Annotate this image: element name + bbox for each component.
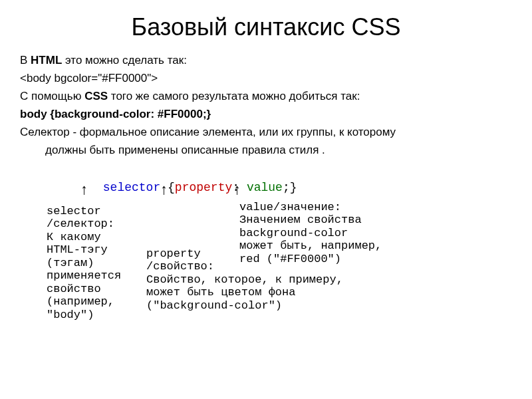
para-2-code: <body bgcolor="#FF0000"> (20, 71, 512, 86)
annotation-value: value/значение: Значением свойства backg… (239, 201, 382, 266)
para-5: Селектор - формальное описание элемента,… (20, 125, 512, 140)
slide-title: Базовый синтаксис CSS (20, 13, 512, 41)
para-6: должны быть применены описанные правила … (45, 143, 512, 158)
annotation-selector: selector /селектор: К какому HTML-тэгу (… (47, 205, 121, 322)
syntax-property: property (175, 181, 232, 194)
arrow-property: ↑ (160, 182, 168, 199)
para-3: С помощью CSS того же самого результата … (20, 89, 512, 104)
syntax-value: value (247, 181, 283, 194)
para-4-code: body {background-color: #FF0000;} (20, 107, 512, 122)
arrow-value: ↑ (233, 182, 241, 199)
syntax-diagram: selector {property: value;} ↑ ↑ ↑ select… (60, 168, 512, 367)
arrow-selector: ↑ (80, 182, 88, 199)
para-1: В HTML это можно сделать так: (20, 53, 512, 68)
syntax-selector: selector (103, 181, 160, 194)
